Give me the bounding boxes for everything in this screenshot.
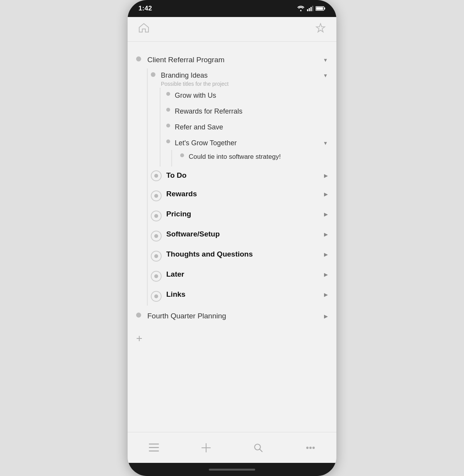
chevron-down-icon: ▼ (323, 73, 328, 78)
svg-rect-1 (307, 9, 308, 11)
star-icon[interactable] (316, 23, 326, 36)
svg-rect-10 (149, 450, 159, 452)
bullet-dot (151, 231, 162, 241)
svg-point-0 (300, 10, 302, 11)
list-item[interactable]: Later ▶ (128, 265, 336, 286)
add-button-row: + (128, 325, 336, 352)
home-bar (209, 469, 255, 471)
chevron-right-icon: ▶ (324, 173, 328, 178)
svg-point-17 (312, 447, 315, 449)
item-row: Pricing ▶ (166, 209, 328, 219)
item-label: Branding Ideas (161, 71, 320, 80)
bullet-dot (151, 190, 162, 201)
item-label: Client Referral Program (147, 55, 320, 65)
item-content: Software/Setup ▶ (166, 229, 328, 240)
item-label: Rewards (166, 189, 321, 199)
add-item-button[interactable]: + (136, 333, 142, 344)
bullet-dot (166, 139, 170, 143)
item-label: To Do (166, 170, 321, 181)
signal-icon (307, 6, 313, 11)
chevron-down-icon: ▼ (323, 57, 328, 63)
chevron-right-icon: ▶ (324, 272, 328, 277)
bullet-dot (151, 251, 162, 262)
nav-menu-button[interactable] (142, 439, 165, 456)
plus-icon (201, 443, 211, 452)
item-subnote: Possible titles for the project (161, 81, 328, 87)
home-indicator (128, 463, 336, 476)
phone-frame: 1:42 (128, 0, 336, 476)
status-time: 1:42 (138, 5, 152, 12)
list-item[interactable]: Could tie into software strategy! (128, 150, 336, 167)
item-row: Branding Ideas ▼ (161, 71, 328, 80)
item-content: Pricing ▶ (166, 209, 328, 219)
chevron-right-icon: ▶ (324, 252, 328, 257)
item-label: Grow with Us (175, 91, 328, 100)
item-row: Software/Setup ▶ (166, 229, 328, 240)
search-icon (254, 443, 263, 452)
item-row: To Do ▶ (166, 170, 328, 181)
chevron-right-icon: ▶ (324, 191, 328, 197)
status-icons (297, 6, 326, 11)
svg-rect-8 (149, 444, 159, 445)
list-item[interactable]: Rewards ▶ (128, 185, 336, 205)
item-label: Could tie into software strategy! (189, 152, 328, 162)
item-label: Rewards for Referrals (175, 107, 328, 116)
list-item[interactable]: Grow with Us (128, 88, 336, 104)
svg-line-14 (259, 449, 262, 452)
status-bar: 1:42 (128, 0, 336, 17)
home-icon[interactable] (138, 23, 149, 36)
item-row: Fourth Quarter Planning ▶ (147, 311, 328, 321)
svg-rect-6 (324, 8, 326, 10)
list-item[interactable]: Pricing ▶ (128, 205, 336, 225)
svg-point-16 (309, 447, 312, 449)
item-content: Fourth Quarter Planning ▶ (147, 311, 328, 321)
bottom-nav (128, 432, 336, 463)
top-bar (128, 17, 336, 42)
item-label: Thoughts and Questions (166, 249, 321, 260)
item-content: Links ▶ (166, 289, 328, 300)
wifi-icon (297, 6, 305, 11)
item-content: Let's Grow Together ▼ (175, 138, 328, 148)
svg-rect-4 (312, 6, 314, 11)
svg-rect-9 (149, 447, 159, 448)
bullet-dot (151, 211, 162, 221)
item-row: Links ▶ (166, 289, 328, 300)
list-item[interactable]: Client Referral Program ▼ (128, 49, 336, 68)
chevron-right-icon: ▶ (324, 211, 328, 217)
item-content: Thoughts and Questions ▶ (166, 249, 328, 260)
list-item[interactable]: Software/Setup ▶ (128, 225, 336, 245)
nav-add-button[interactable] (194, 439, 218, 456)
item-content: Could tie into software strategy! (189, 152, 328, 162)
list-item[interactable]: Branding Ideas ▼ Possible titles for the… (128, 68, 336, 88)
list-item[interactable]: Let's Grow Together ▼ (128, 135, 336, 150)
nav-more-button[interactable] (299, 439, 322, 456)
nav-search-button[interactable] (247, 439, 270, 456)
chevron-down-icon: ▼ (323, 140, 328, 146)
bullet-dot (136, 313, 141, 318)
bullet-dot (151, 291, 162, 302)
item-label: Fourth Quarter Planning (147, 311, 321, 321)
bullet-dot (151, 271, 162, 282)
list-item[interactable]: Rewards for Referrals (128, 104, 336, 119)
svg-rect-12 (201, 447, 211, 448)
item-row: Later ▶ (166, 269, 328, 280)
chevron-right-icon: ▶ (324, 231, 328, 237)
dots-icon (306, 446, 315, 449)
list-item[interactable]: Fourth Quarter Planning ▶ (128, 306, 336, 325)
item-content: Branding Ideas ▼ Possible titles for the… (161, 71, 328, 87)
list-item[interactable]: Refer and Save (128, 119, 336, 135)
bullet-dot (151, 72, 155, 77)
item-row: Rewards ▶ (166, 189, 328, 199)
menu-icon (149, 444, 159, 452)
list-item[interactable]: Thoughts and Questions ▶ (128, 245, 336, 265)
svg-point-15 (306, 447, 309, 449)
list-item[interactable]: To Do ▶ (128, 167, 336, 185)
battery-icon (316, 6, 326, 11)
item-label: Links (166, 289, 321, 300)
content-area[interactable]: Client Referral Program ▼ Branding Ideas… (128, 42, 336, 432)
list-item[interactable]: Links ▶ (128, 286, 336, 306)
chevron-right-icon: ▶ (324, 292, 328, 298)
item-label: Later (166, 269, 321, 280)
item-label: Refer and Save (175, 122, 328, 132)
item-row: Client Referral Program ▼ (147, 55, 328, 65)
